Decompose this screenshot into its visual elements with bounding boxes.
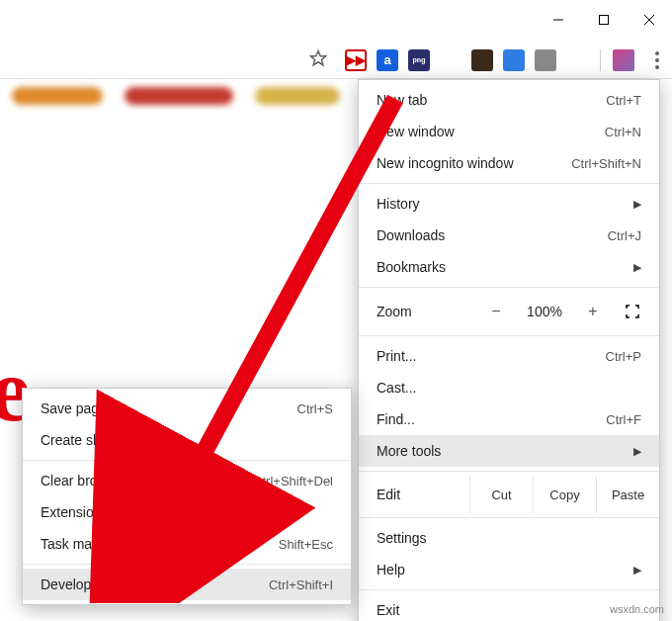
menu-label: Zoom: [377, 304, 473, 319]
window-titlebar: [0, 0, 672, 42]
ext-face[interactable]: [471, 49, 493, 71]
ext-camera[interactable]: [535, 49, 556, 71]
menu-item[interactable]: Find...Ctrl+F: [359, 403, 659, 435]
menu-label: History: [377, 196, 420, 212]
svg-rect-1: [600, 16, 609, 25]
menu-shortcut: Ctrl+S: [297, 401, 333, 416]
menu-separator: [359, 287, 659, 288]
window-close-button[interactable]: [627, 0, 672, 40]
ext-png[interactable]: png: [408, 49, 430, 71]
menu-help[interactable]: Help▶: [359, 554, 659, 585]
menu-label: Task manager: [41, 536, 127, 552]
zoom-value: 100%: [519, 304, 570, 319]
chevron-right-icon: ▶: [633, 564, 641, 577]
menu-separator: [359, 517, 659, 518]
menu-downloads[interactable]: DownloadsCtrl+J: [359, 220, 659, 251]
bookmark-star-icon[interactable]: [309, 49, 327, 70]
menu-settings[interactable]: Settings: [359, 522, 659, 554]
menu-label: Find...: [377, 411, 415, 427]
fullscreen-button[interactable]: [616, 298, 649, 325]
menu-label: New window: [377, 124, 455, 139]
watermark: wsxdn.com: [610, 603, 664, 615]
bookmark-item[interactable]: [255, 87, 340, 105]
menu-shortcut: Ctrl+Shift+N: [571, 156, 641, 171]
menu-label: More tools: [377, 443, 441, 459]
svg-marker-4: [311, 51, 326, 65]
main-menu-button[interactable]: [650, 51, 664, 69]
menu-label: Create shortcut...: [41, 432, 146, 448]
menu-separator: [23, 460, 351, 461]
menu-edit-row: Edit Cut Copy Paste: [359, 476, 659, 513]
ext-colored[interactable]: [566, 49, 588, 71]
menu-label: Save page as...: [41, 400, 136, 416]
ext-a-blue[interactable]: a: [377, 49, 398, 71]
submenu-item[interactable]: Save page as...Ctrl+S: [23, 393, 351, 424]
zoom-in-button[interactable]: +: [576, 298, 610, 325]
menu-item[interactable]: Cast...: [359, 372, 659, 403]
menu-item[interactable]: Print...Ctrl+P: [359, 340, 659, 372]
menu-separator: [23, 564, 351, 565]
menu-label: Help: [377, 562, 405, 577]
submenu-item[interactable]: Clear browsing data...Ctrl+Shift+Del: [23, 465, 351, 496]
chevron-right-icon: ▶: [633, 445, 641, 458]
profile-avatar[interactable]: [613, 49, 634, 71]
ext-red[interactable]: ▶▶: [345, 49, 367, 71]
menu-separator: [359, 183, 659, 184]
menu-item[interactable]: New tabCtrl+T: [359, 84, 659, 116]
edit-paste-button[interactable]: Paste: [596, 476, 659, 513]
extensions-area: ▶▶apng: [345, 49, 588, 71]
menu-more-tools[interactable]: More tools▶: [359, 435, 659, 467]
menu-shortcut: Shift+Esc: [279, 537, 333, 552]
menu-item[interactable]: New windowCtrl+N: [359, 116, 659, 147]
menu-item[interactable]: New incognito windowCtrl+Shift+N: [359, 147, 659, 179]
toolbar-divider: [600, 49, 601, 71]
submenu-item[interactable]: Task managerShift+Esc: [23, 528, 351, 560]
menu-label: New tab: [377, 92, 427, 108]
menu-label: Print...: [377, 348, 416, 364]
edit-cut-button[interactable]: Cut: [469, 476, 533, 513]
menu-label: Extensions: [41, 504, 108, 520]
menu-shortcut: Ctrl+Shift+I: [269, 577, 333, 592]
submenu-item[interactable]: Extensions: [23, 496, 351, 528]
menu-shortcut: Ctrl+Shift+Del: [253, 474, 333, 488]
menu-label: Bookmarks: [377, 259, 446, 275]
menu-shortcut: Ctrl+P: [606, 349, 641, 364]
menu-zoom-row: Zoom − 100% +: [359, 292, 659, 331]
chevron-right-icon: ▶: [633, 261, 641, 274]
window-maximize-button[interactable]: [581, 0, 627, 40]
menu-label: Settings: [377, 530, 427, 546]
ext-label[interactable]: [503, 49, 525, 71]
menu-shortcut: Ctrl+J: [608, 228, 641, 243]
menu-shortcut: Ctrl+T: [606, 93, 641, 108]
menu-label: Developer tools: [41, 577, 136, 592]
menu-label: Exit: [377, 602, 399, 618]
main-menu: New tabCtrl+TNew windowCtrl+NNew incogni…: [358, 79, 660, 621]
menu-shortcut: Ctrl+N: [605, 125, 641, 139]
chevron-right-icon: ▶: [633, 198, 641, 211]
bookmark-item[interactable]: [125, 87, 233, 105]
menu-label: Downloads: [377, 227, 445, 243]
menu-separator: [359, 335, 659, 336]
menu-separator: [359, 589, 659, 590]
menu-label: New incognito window: [377, 155, 514, 171]
edit-copy-button[interactable]: Copy: [533, 476, 596, 513]
ext-tag[interactable]: [440, 49, 462, 71]
submenu-item[interactable]: Create shortcut...: [23, 424, 351, 456]
menu-bookmarks[interactable]: Bookmarks▶: [359, 251, 659, 283]
menu-separator: [359, 471, 659, 472]
menu-label: Clear browsing data...: [41, 473, 175, 488]
zoom-out-button[interactable]: −: [479, 298, 513, 325]
window-minimize-button[interactable]: [536, 0, 581, 40]
bookmark-item[interactable]: [12, 87, 103, 105]
submenu-developer-tools[interactable]: Developer toolsCtrl+Shift+I: [23, 569, 351, 600]
menu-history[interactable]: History▶: [359, 188, 659, 220]
browser-toolbar: ▶▶apng: [0, 42, 672, 79]
menu-label: Cast...: [377, 380, 416, 396]
more-tools-submenu: Save page as...Ctrl+SCreate shortcut... …: [22, 388, 352, 605]
menu-shortcut: Ctrl+F: [606, 412, 641, 427]
menu-label: Edit: [377, 487, 469, 502]
